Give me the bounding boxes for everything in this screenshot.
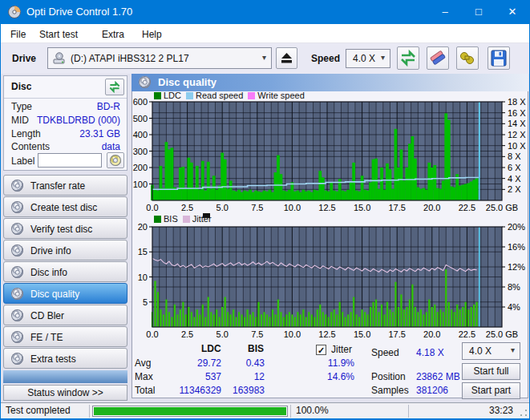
menu-file[interactable]: File xyxy=(7,27,29,42)
disc-icon xyxy=(11,223,23,235)
svg-text:20: 20 xyxy=(138,222,148,232)
write-label-button[interactable] xyxy=(107,152,124,168)
start-part-button[interactable]: Start part xyxy=(462,382,520,399)
binoculars-icon xyxy=(457,47,478,69)
status-bar: Test completed 100.0% 33:23 xyxy=(1,402,529,418)
disc-mid-label: MID xyxy=(11,115,29,126)
sidebar-item-cd-bler[interactable]: CD Bler xyxy=(3,305,127,325)
minimize-button[interactable]: – xyxy=(428,0,462,24)
svg-text:18 X: 18 X xyxy=(508,97,526,107)
test-speed-select[interactable]: 4.0 X ▾ xyxy=(462,342,520,360)
resize-grip[interactable] xyxy=(520,409,528,417)
eraser-icon xyxy=(427,47,448,69)
svg-text:100: 100 xyxy=(133,180,148,189)
disc-icon xyxy=(11,288,23,300)
sidebar-item-disc-quality[interactable]: Disc quality xyxy=(3,283,127,304)
status-view-button[interactable] xyxy=(456,46,479,70)
svg-text:12.5: 12.5 xyxy=(318,329,335,339)
start-full-button[interactable]: Start full xyxy=(462,363,520,380)
drive-select[interactable]: (D:) ATAPI iHBS312 2 PL17 ▾ xyxy=(47,47,272,69)
divider xyxy=(4,98,127,99)
eject-button[interactable] xyxy=(276,47,297,69)
svg-text:12 X: 12 X xyxy=(508,130,526,139)
disc-icon xyxy=(11,180,23,192)
sidebar-item-verify-test-disc[interactable]: Verify test disc xyxy=(3,218,127,239)
drive-label: Drive xyxy=(12,53,36,64)
divider xyxy=(290,405,291,418)
svg-text:17.5: 17.5 xyxy=(388,203,405,212)
menu-extra[interactable]: Extra xyxy=(99,27,127,42)
disc-type-label: Type xyxy=(11,101,32,112)
disc-length-label: Length xyxy=(11,128,41,139)
position-stat-value: 23862 MB xyxy=(416,371,460,382)
sidebar-item-label: Create test disc xyxy=(30,202,97,213)
ldc-legend-swatch xyxy=(154,92,161,99)
divider xyxy=(89,405,90,418)
speed-select-value: 4.0 X xyxy=(353,53,375,64)
max-row-label: Max xyxy=(135,371,153,382)
bis-column-header: BIS xyxy=(248,343,264,354)
app-window: Opti Drive Control 1.70 – □ ✕ File Start… xyxy=(0,0,530,420)
jitter-checkbox[interactable]: ✓ xyxy=(316,345,326,355)
disc-mid-value: TDKBLDRBD (000) xyxy=(37,115,120,126)
svg-text:10.0: 10.0 xyxy=(284,329,301,339)
svg-text:200: 200 xyxy=(133,163,148,172)
disc-icon xyxy=(139,76,151,88)
ldc-column-header: LDC xyxy=(201,343,221,354)
svg-text:5.0: 5.0 xyxy=(216,203,229,212)
refresh-speeds-button[interactable] xyxy=(397,46,419,70)
disc-panel: Disc Type BD-R MID TDKBLDRBD (000) Lengt… xyxy=(3,75,127,171)
svg-text:300: 300 xyxy=(133,147,148,156)
eject-icon xyxy=(277,48,297,68)
refresh-icon xyxy=(398,47,419,69)
chevron-down-icon: ▾ xyxy=(511,345,515,354)
svg-text:7.5: 7.5 xyxy=(251,203,263,212)
disc-icon xyxy=(11,331,23,343)
sidebar-item-label: Verify test disc xyxy=(30,224,92,235)
read-speed-legend-swatch xyxy=(186,92,193,99)
sidebar-item-fe-te[interactable]: FE / TE xyxy=(3,326,127,347)
svg-text:6 X: 6 X xyxy=(508,163,521,172)
samples-stat-label: Samples xyxy=(371,385,409,396)
ldc-max-value: 537 xyxy=(205,371,221,382)
save-button[interactable] xyxy=(488,46,510,70)
svg-text:500: 500 xyxy=(133,114,148,123)
svg-text:10.0: 10.0 xyxy=(284,203,301,212)
total-row-label: Total xyxy=(135,385,155,396)
panel-header: Disc quality xyxy=(131,74,528,91)
disc-icon xyxy=(11,309,23,321)
status-window-button[interactable]: Status window >> xyxy=(3,385,127,401)
svg-text:8%: 8% xyxy=(508,282,520,292)
disc-label-input[interactable] xyxy=(38,153,102,168)
svg-text:22.5: 22.5 xyxy=(459,329,475,339)
disc-type-value: BD-R xyxy=(97,101,120,112)
refresh-disc-button[interactable] xyxy=(105,79,124,95)
menu-start-test[interactable]: Start test xyxy=(36,27,81,42)
maximize-button[interactable]: □ xyxy=(462,0,496,24)
svg-text:17.5: 17.5 xyxy=(388,329,405,339)
svg-text:10: 10 xyxy=(138,273,148,282)
erase-disc-button[interactable] xyxy=(427,46,449,70)
disc-icon xyxy=(11,266,23,278)
test-speed-select-value: 4.0 X xyxy=(469,345,492,357)
svg-text:12.5: 12.5 xyxy=(318,203,335,212)
svg-text:22.5: 22.5 xyxy=(459,203,475,212)
divider xyxy=(408,405,409,418)
speed-select[interactable]: 4.0 X ▾ xyxy=(346,49,390,68)
close-button[interactable]: ✕ xyxy=(496,0,529,24)
sidebar-item-label: Transfer rate xyxy=(30,180,85,192)
progress-bar-fill xyxy=(94,407,286,415)
drive-select-value: (D:) ATAPI iHBS312 2 PL17 xyxy=(71,53,189,64)
sidebar-item-transfer-rate[interactable]: Transfer rate xyxy=(3,175,127,196)
svg-text:4 X: 4 X xyxy=(508,174,521,184)
sidebar-item-extra-tests[interactable]: Extra tests xyxy=(3,348,127,369)
disc-icon xyxy=(11,201,23,213)
svg-text:15.0: 15.0 xyxy=(354,203,370,212)
menu-help[interactable]: Help xyxy=(139,27,165,42)
svg-text:20%: 20% xyxy=(508,222,525,232)
sidebar-item-drive-info[interactable]: Drive info xyxy=(3,240,127,260)
disc-contents-value[interactable]: data xyxy=(102,141,120,152)
avg-row-label: Avg xyxy=(135,357,151,369)
sidebar-item-create-test-disc[interactable]: Create test disc xyxy=(3,196,127,217)
sidebar-item-disc-info[interactable]: Disc info xyxy=(3,261,127,282)
